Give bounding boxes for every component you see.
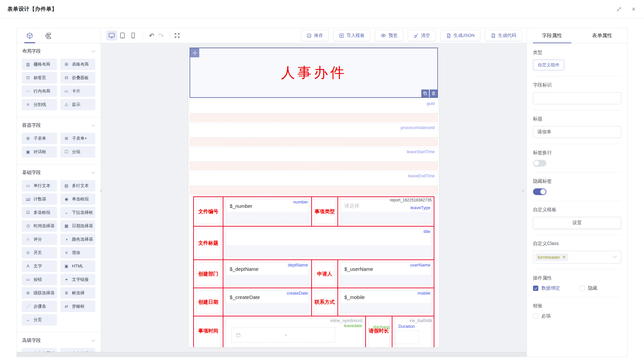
section-header[interactable]: 基础字段 xyxy=(17,165,101,179)
device-mobile-button[interactable] xyxy=(128,31,139,41)
palette-item-pagination[interactable]: ↔分页 xyxy=(22,314,57,325)
palette-item-tabs[interactable]: ⊡标签页 xyxy=(22,72,57,83)
palette-item-steps[interactable]: ⋰步骤条 xyxy=(22,301,57,312)
cell-label[interactable]: 文件编号 xyxy=(194,197,223,226)
device-desktop-button[interactable] xyxy=(106,31,117,41)
palette-item-counter[interactable]: 123计数器 xyxy=(22,193,57,205)
tab-outline[interactable] xyxy=(45,28,52,43)
trash-icon[interactable] xyxy=(430,89,437,97)
cell-field-create-date[interactable]: $_createDate createDate xyxy=(223,288,312,316)
form-header-block[interactable]: 人事办件 xyxy=(190,48,438,98)
cell-label[interactable]: 创建部门 xyxy=(194,260,223,288)
palette-item-card[interactable]: ▭卡片 xyxy=(60,85,96,97)
preview-button[interactable]: 预览 xyxy=(375,30,403,41)
cell-label[interactable]: 创建日期 xyxy=(194,288,223,316)
tab-field-properties[interactable]: 字段属性 xyxy=(527,28,577,43)
collapse-left-panel-handle[interactable]: ‹ xyxy=(99,185,103,196)
table-component-wrapper[interactable]: report_1622518382735 文件编号 $_number numbe… xyxy=(190,195,438,347)
section-header[interactable]: 容器字段 xyxy=(17,117,101,132)
palette-item-date-picker[interactable]: ▦日期选择器 xyxy=(60,220,96,232)
device-tablet-button[interactable] xyxy=(117,31,128,41)
duration-input[interactable] xyxy=(395,330,419,344)
cell-field-user-name[interactable]: $_userName userName xyxy=(337,260,434,288)
section-header[interactable]: 高级字段 xyxy=(17,333,101,347)
design-canvas[interactable]: 人事办件 guid processInstanceI xyxy=(101,43,527,357)
cell-label[interactable]: 文件标题 xyxy=(194,227,223,259)
data-binding-checkbox[interactable]: 数据绑定 xyxy=(533,285,560,291)
palette-item-divider[interactable]: ≡分割线 xyxy=(22,99,57,110)
palette-item-group[interactable]: ☐分组 xyxy=(60,146,96,158)
palette-item-text[interactable]: A文字 xyxy=(22,260,57,272)
hidden-field-row[interactable]: guid xyxy=(190,99,438,113)
hidden-field-row[interactable]: processInstanceId xyxy=(190,123,438,137)
redo-icon[interactable]: ↷ xyxy=(156,32,166,40)
spacer-row[interactable] xyxy=(190,162,438,170)
palette-item-radio-group[interactable]: ◉单选框组 xyxy=(60,193,96,205)
palette-item-inline-layout[interactable]: ⋯行内布局 xyxy=(22,85,57,97)
palette-item-single-line-text[interactable]: ▭单行文本 xyxy=(22,180,57,191)
palette-item-multiline-text[interactable]: ▤多行文本 xyxy=(60,180,96,191)
cell-field-number[interactable]: $_number number xyxy=(223,197,312,226)
tab-components[interactable] xyxy=(26,28,33,43)
template-settings-button[interactable]: 设置 xyxy=(533,217,621,229)
tab-form-properties[interactable]: 表单属性 xyxy=(577,28,628,43)
cell-label[interactable]: 事项类型 xyxy=(311,197,337,226)
palette-item-cascader[interactable]: ⧉级联选择器 xyxy=(22,287,57,299)
palette-item-switch[interactable]: ⊙开关 xyxy=(22,247,57,258)
generate-json-button[interactable]: 生成JSON xyxy=(440,30,480,41)
palette-item-tree-select[interactable]: ≣树选择 xyxy=(60,287,96,299)
required-checkbox[interactable]: 必填 xyxy=(533,313,551,319)
spacer-row[interactable] xyxy=(190,137,438,146)
section-header[interactable]: 布局字段 xyxy=(17,43,101,58)
palette-item-subform[interactable]: ⊞子表单 xyxy=(22,133,57,144)
collapse-right-panel-handle[interactable]: › xyxy=(521,185,525,196)
hide-label-toggle[interactable] xyxy=(533,188,546,195)
cell-field-title[interactable]: title xyxy=(223,227,434,259)
cell-field-duration[interactable]: ine_6ai0h8lr Duration xyxy=(392,316,434,347)
palette-item-alert[interactable]: ⚠提示 xyxy=(60,99,96,110)
hidden-field-row[interactable]: leaveEndTime xyxy=(190,172,438,186)
palette-item-time-picker[interactable]: ◷时间选择器 xyxy=(22,220,57,232)
palette-item-table-layout[interactable]: ⊞表格布局 xyxy=(60,59,96,70)
palette-item-checkbox-group[interactable]: ☑多选框组 xyxy=(22,207,57,218)
cell-label[interactable]: 联系方式 xyxy=(311,288,337,316)
clear-button[interactable]: 清空 xyxy=(408,30,436,41)
spacer-row[interactable] xyxy=(190,186,438,194)
exit-fullscreen-icon[interactable] xyxy=(616,6,622,12)
palette-item-slider[interactable]: ≡滑块 xyxy=(60,247,96,258)
fullscreen-icon[interactable] xyxy=(174,33,183,39)
title-input[interactable] xyxy=(533,126,621,138)
palette-item-rate[interactable]: ☆评分 xyxy=(22,234,57,245)
label-wrap-toggle[interactable] xyxy=(533,160,546,167)
custom-class-select[interactable]: formheader ✕ xyxy=(533,251,621,263)
move-handle-icon[interactable] xyxy=(190,48,199,57)
palette-item-collapse-panel[interactable]: ⊟折叠面板 xyxy=(60,72,96,83)
palette-item-text-link[interactable]: ⚭文字链接 xyxy=(60,274,96,285)
cell-label-duration[interactable]: shichang 请假时长 xyxy=(365,316,392,347)
generate-code-button[interactable]: 生成代码 xyxy=(485,30,522,41)
hidden-checkbox[interactable]: 隐藏 xyxy=(580,285,597,291)
palette-item-color-picker[interactable]: ◑颜色选择器 xyxy=(60,234,96,245)
date-range-input[interactable]: - xyxy=(231,327,335,343)
palette-item-grid-layout[interactable]: ▥栅格布局 xyxy=(22,59,57,70)
horizontal-scrollbar[interactable] xyxy=(17,352,527,357)
hidden-field-row[interactable]: leaveStartTime xyxy=(190,147,438,162)
palette-item-transfer[interactable]: ⇄穿梭框 xyxy=(60,301,96,312)
import-template-button[interactable]: 导入模板 xyxy=(333,30,370,41)
palette-item-dialog[interactable]: ▣对话框 xyxy=(22,146,57,158)
save-button[interactable]: 保存 xyxy=(301,30,329,41)
close-icon[interactable]: × xyxy=(631,6,637,12)
palette-item-subform-plus[interactable]: ⊞子表单+ xyxy=(60,133,96,144)
copy-icon[interactable] xyxy=(421,89,429,97)
field-key-input[interactable] xyxy=(533,92,621,104)
cell-field-date-range[interactable]: inline_nym8mcrd leavedate - xyxy=(223,316,365,347)
palette-item-html[interactable]: ▣HTML xyxy=(60,260,96,272)
cell-label[interactable]: 事项时间 xyxy=(194,316,223,347)
undo-icon[interactable]: ↶ xyxy=(147,32,156,40)
remove-tag-icon[interactable]: ✕ xyxy=(562,255,566,259)
cell-field-dept-name[interactable]: $_deptName deptName xyxy=(223,260,312,288)
spacer-row[interactable] xyxy=(190,113,438,122)
palette-item-button[interactable]: ▭按钮 xyxy=(22,274,57,285)
cell-field-mobile[interactable]: $_mobile mobile xyxy=(337,288,434,316)
cell-label[interactable]: 申请人 xyxy=(311,260,337,288)
